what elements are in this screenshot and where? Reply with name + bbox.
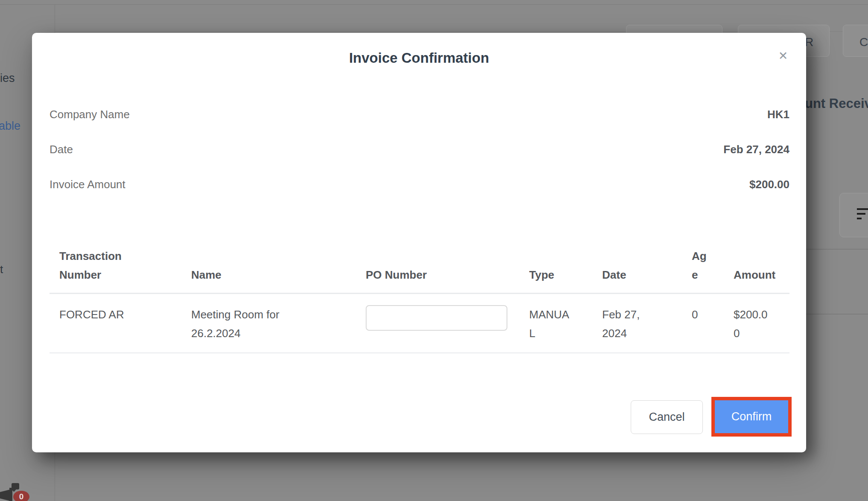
cell-age: 0 — [692, 294, 734, 353]
header-date: Date — [602, 247, 692, 294]
header-po-number: PO Number — [366, 247, 529, 294]
confirm-button-highlight: Confirm — [711, 397, 792, 437]
cell-transaction-number: FORCED AR — [50, 294, 191, 353]
header-name: Name — [191, 247, 366, 294]
bg-toolbar-button-2-label: R — [805, 35, 813, 49]
cell-type: MANUAL — [529, 294, 602, 353]
invoice-amount-label: Invoice Amount — [50, 178, 125, 191]
field-row-date: Date Feb 27, 2024 — [50, 143, 789, 156]
field-row-company-name: Company Name HK1 — [50, 108, 789, 121]
date-label: Date — [50, 143, 73, 156]
invoice-amount-value: $200.00 — [749, 178, 789, 191]
bg-page-heading-fragment: unt Receiv — [805, 96, 868, 111]
bg-topbar-divider — [0, 4, 868, 5]
date-value: Feb 27, 2024 — [723, 143, 789, 156]
cell-po-number — [366, 294, 529, 353]
bg-sidebar-item-fragment-2: t — [0, 263, 3, 276]
invoice-lines-table: Transaction Number Name PO Number Type D… — [50, 247, 789, 353]
cell-amount: $200.00 — [734, 294, 789, 353]
field-row-invoice-amount: Invoice Amount $200.00 — [50, 178, 789, 191]
megaphone-icon — [0, 489, 10, 501]
confirm-button[interactable]: Confirm — [715, 400, 788, 433]
cell-name: Meeting Room for 26.2.2024 — [191, 294, 366, 353]
screen: R C unt Receiv ies able t 0 Invoice Conf… — [0, 0, 868, 501]
dialog-title: Invoice Confirmation — [32, 50, 806, 66]
table-row: FORCED AR Meeting Room for 26.2.2024 MAN… — [50, 294, 789, 353]
company-name-value: HK1 — [767, 108, 789, 121]
bg-sidebar-item-fragment-1: ies — [0, 72, 15, 85]
bg-toolbar-button-3-label: C — [859, 35, 868, 49]
close-icon[interactable]: ✕ — [775, 48, 791, 64]
cell-date: Feb 27, 2024 — [602, 294, 692, 353]
notification-badge: 0 — [13, 491, 29, 501]
bg-sort-button — [839, 193, 868, 237]
header-type: Type — [529, 247, 602, 294]
header-age: Age — [692, 247, 734, 294]
invoice-confirmation-dialog: Invoice Confirmation ✕ Company Name HK1 … — [32, 33, 806, 452]
header-transaction-number: Transaction Number — [50, 247, 191, 294]
po-number-input[interactable] — [366, 305, 507, 331]
header-amount: Amount — [734, 247, 789, 294]
table-header-row: Transaction Number Name PO Number Type D… — [50, 247, 789, 294]
company-name-label: Company Name — [50, 108, 130, 121]
bg-sidebar-link-fragment: able — [0, 119, 20, 133]
cancel-button[interactable]: Cancel — [631, 400, 703, 434]
